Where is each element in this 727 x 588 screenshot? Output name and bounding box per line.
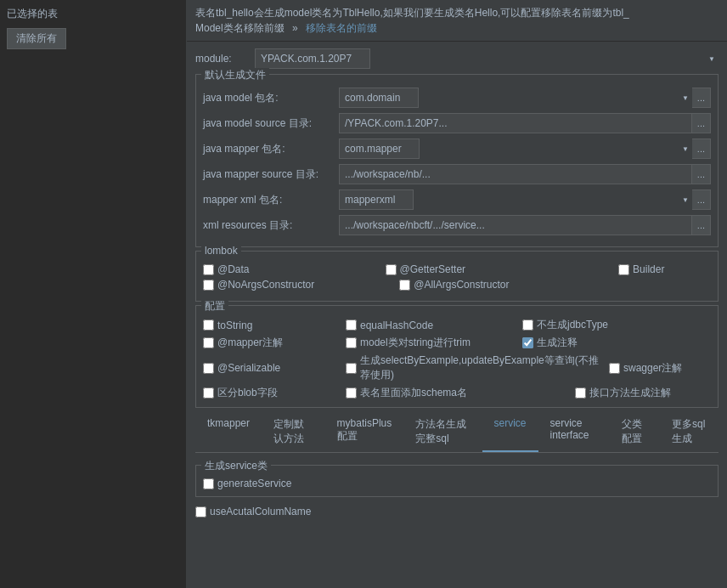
config-title: 配置 bbox=[201, 299, 228, 314]
lombok-row1: @Data @GetterSetter Builder bbox=[203, 263, 711, 275]
tab-parent-config[interactable]: 父类配置 bbox=[610, 413, 660, 452]
config-gen-comment[interactable]: 生成注释 bbox=[522, 336, 578, 350]
lombok-noargs[interactable]: @NoArgsConstructor bbox=[203, 279, 314, 291]
default-files-section: 默认生成文件 java model 包名: com.domain ... bbox=[195, 74, 719, 247]
right-panel: 表名tbl_hello会生成model类名为TblHello,如果我们要生成类名… bbox=[187, 0, 727, 588]
config-model-trim[interactable]: model类对string进行trim bbox=[346, 336, 471, 350]
tab-method-sql[interactable]: 方法名生成完整sql bbox=[403, 413, 482, 452]
config-swagger-checkbox[interactable] bbox=[609, 363, 620, 374]
config-gen-comment-checkbox[interactable] bbox=[522, 337, 533, 348]
java-model-pkg-select-wrapper: com.domain bbox=[339, 88, 692, 108]
java-mapper-pkg-select[interactable]: com.mapper bbox=[339, 139, 420, 159]
remove-prefix-link[interactable]: 移除表名的前缀 bbox=[306, 22, 377, 34]
bottom-row: useAcutalColumName bbox=[187, 500, 727, 523]
lombok-allargs[interactable]: @AllArgsConstructor bbox=[399, 279, 509, 291]
java-mapper-src-browse-btn[interactable]: ... bbox=[692, 164, 711, 184]
config-schema-checkbox[interactable] bbox=[346, 387, 357, 399]
config-interface-annotation-checkbox[interactable] bbox=[575, 387, 586, 399]
mapper-xml-pkg-select-wrapper: mapperxml bbox=[339, 189, 692, 210]
config-section: 配置 toString equalHashCode bbox=[195, 305, 719, 408]
lombok-noargs-label: @NoArgsConstructor bbox=[217, 279, 314, 291]
lombok-allargs-checkbox[interactable] bbox=[399, 280, 410, 291]
config-tostring-checkbox[interactable] bbox=[203, 319, 214, 331]
config-schema[interactable]: 表名里面添加schema名 bbox=[346, 386, 467, 400]
config-no-jdbctype[interactable]: 不生成jdbcType bbox=[522, 318, 608, 332]
info-text: 表名tbl_hello会生成model类名为TblHello,如果我们要生成类名… bbox=[195, 7, 629, 19]
tab-more-sql[interactable]: 更多sql生成 bbox=[660, 413, 719, 452]
java-mapper-pkg-row: java mapper 包名: com.mapper ... bbox=[203, 138, 711, 160]
mapper-xml-pkg-input-group: mapperxml ... bbox=[339, 189, 711, 210]
lombok-allargs-label: @AllArgsConstructor bbox=[414, 279, 509, 291]
java-mapper-pkg-select-wrapper: com.mapper bbox=[339, 139, 692, 159]
default-files-title: 默认生成文件 bbox=[201, 68, 269, 82]
config-equalhashcode[interactable]: equalHashCode bbox=[346, 319, 433, 331]
mapper-xml-pkg-select[interactable]: mapperxml bbox=[339, 189, 414, 210]
xml-resources-browse-btn[interactable]: ... bbox=[692, 215, 711, 235]
lombok-row2: @NoArgsConstructor @AllArgsConstructor bbox=[203, 279, 711, 291]
config-interface-annotation[interactable]: 接口方法生成注解 bbox=[575, 386, 671, 400]
java-model-pkg-select[interactable]: com.domain bbox=[339, 88, 419, 108]
tab-tkmapper[interactable]: tkmapper bbox=[195, 413, 262, 452]
lombok-builder-checkbox[interactable] bbox=[618, 264, 629, 275]
lombok-data-checkbox[interactable] bbox=[203, 264, 214, 275]
java-model-pkg-label: java model 包名: bbox=[203, 91, 339, 105]
java-model-pkg-browse-btn[interactable]: ... bbox=[692, 88, 711, 108]
config-serializable-checkbox[interactable] bbox=[203, 363, 214, 374]
lombok-data[interactable]: @Data bbox=[203, 263, 250, 275]
java-mapper-pkg-browse-btn[interactable]: ... bbox=[692, 139, 711, 159]
config-blob[interactable]: 区分blob字段 bbox=[203, 386, 278, 400]
config-content: toString equalHashCode bbox=[196, 306, 718, 407]
config-select-by-example[interactable]: 生成selectByExample,updateByExample等查询(不推荐… bbox=[346, 353, 602, 382]
module-select[interactable]: YPACK.com.1.20P7 bbox=[255, 48, 370, 69]
generate-service-checkbox-label[interactable]: generateService bbox=[203, 478, 711, 489]
xml-resources-input-group: ... bbox=[339, 215, 711, 235]
lombok-data-label: @Data bbox=[217, 263, 250, 275]
service-section: 生成service类 generateService bbox=[195, 465, 719, 497]
default-files-content: java model 包名: com.domain ... jav bbox=[196, 75, 718, 246]
info-bar: 表名tbl_hello会生成model类名为TblHello,如果我们要生成类名… bbox=[187, 0, 727, 42]
left-panel: 已选择的表 清除所有 bbox=[0, 0, 187, 588]
tab-service[interactable]: service bbox=[482, 413, 538, 452]
config-mapper-annotation[interactable]: @mapper注解 bbox=[203, 336, 283, 350]
mapper-xml-pkg-row: mapper xml 包名: mapperxml ... bbox=[203, 189, 711, 211]
xml-resources-label: xml resources 目录: bbox=[203, 218, 339, 233]
tab-custom-default[interactable]: 定制默认方法 bbox=[262, 413, 325, 452]
lombok-getter-setter[interactable]: @GetterSetter bbox=[386, 263, 466, 275]
java-mapper-src-input[interactable] bbox=[339, 164, 692, 184]
tab-mybatisplus[interactable]: mybatisPlus配置 bbox=[325, 413, 404, 452]
config-swagger[interactable]: swagger注解 bbox=[609, 361, 682, 376]
java-model-src-row: java model source 目录: ... bbox=[203, 112, 711, 134]
mapper-xml-pkg-label: mapper xml 包名: bbox=[203, 193, 339, 207]
mapper-xml-pkg-browse-btn[interactable]: ... bbox=[692, 189, 711, 210]
config-model-trim-checkbox[interactable] bbox=[346, 337, 357, 348]
tabs-bar: tkmapper 定制默认方法 mybatisPlus配置 方法名生成完整sql… bbox=[195, 413, 719, 453]
use-actual-col-name-label[interactable]: useAcutalColumName bbox=[195, 506, 311, 517]
clear-all-button[interactable]: 清除所有 bbox=[7, 28, 66, 49]
java-model-src-browse-btn[interactable]: ... bbox=[692, 113, 711, 133]
config-equalhashcode-checkbox[interactable] bbox=[346, 319, 357, 331]
java-mapper-src-label: java mapper source 目录: bbox=[203, 167, 339, 182]
config-mapper-annotation-checkbox[interactable] bbox=[203, 337, 214, 348]
config-blob-checkbox[interactable] bbox=[203, 387, 214, 399]
java-model-pkg-row: java model 包名: com.domain ... bbox=[203, 87, 711, 109]
config-tostring[interactable]: toString bbox=[203, 319, 252, 331]
xml-resources-input[interactable] bbox=[339, 215, 692, 235]
java-model-pkg-input-group: com.domain ... bbox=[339, 88, 711, 108]
use-actual-col-name-checkbox[interactable] bbox=[195, 506, 206, 517]
java-mapper-pkg-label: java mapper 包名: bbox=[203, 142, 339, 156]
config-no-jdbctype-checkbox[interactable] bbox=[522, 319, 533, 331]
model-label: Model类名移除前缀 bbox=[195, 22, 285, 34]
lombok-content: @Data @GetterSetter Builder bbox=[196, 252, 718, 301]
generate-service-checkbox[interactable] bbox=[203, 478, 214, 489]
config-select-by-example-checkbox[interactable] bbox=[346, 363, 357, 374]
tab-service-interface[interactable]: service interface bbox=[538, 413, 611, 452]
lombok-getter-setter-checkbox[interactable] bbox=[386, 264, 397, 275]
lombok-noargs-checkbox[interactable] bbox=[203, 280, 214, 291]
form-container: module: YPACK.com.1.20P7 默认生成文件 java mod… bbox=[187, 42, 727, 460]
lombok-builder[interactable]: Builder bbox=[618, 263, 664, 275]
lombok-title: lombok bbox=[201, 245, 241, 257]
java-model-src-input-group: ... bbox=[339, 113, 711, 133]
arrow: » bbox=[292, 22, 298, 34]
java-model-src-input[interactable] bbox=[339, 113, 692, 133]
config-serializable[interactable]: @Serializable bbox=[203, 362, 280, 374]
